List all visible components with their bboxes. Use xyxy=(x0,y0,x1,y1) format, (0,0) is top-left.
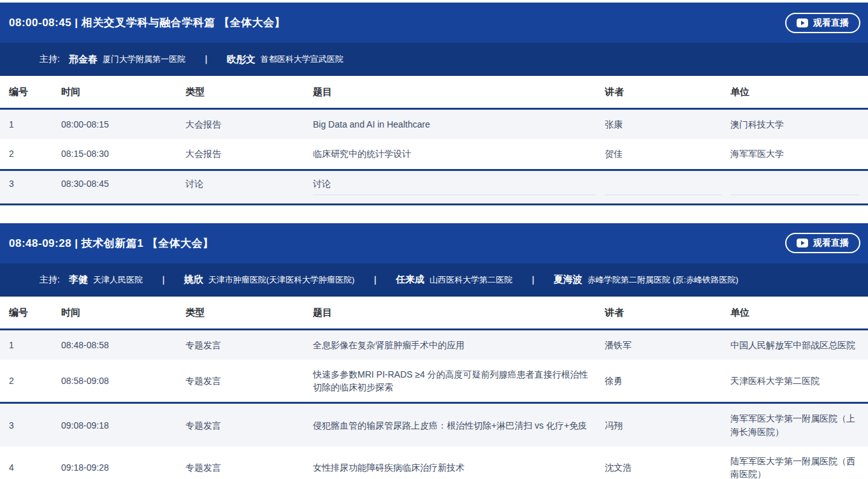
cell-speaker xyxy=(605,170,730,204)
play-video-icon xyxy=(797,18,808,27)
cell-org: 陆军军医大学第一附属医院（西南医院） xyxy=(730,446,868,479)
session-header: 08:00-08:45 | 相关交叉学科与融合学科篇 【全体大会】 观看直播 xyxy=(0,3,868,43)
col-header-time: 时间 xyxy=(61,76,185,109)
cell-title: Big Data and AI in Healthcare xyxy=(313,109,605,140)
host-org: 山西医科大学第二医院 xyxy=(430,274,512,286)
cell-title: 全息影像在复杂肾脏肿瘤手术中的应用 xyxy=(313,329,605,360)
empty-underline xyxy=(605,177,721,195)
host-name: 夏海波 xyxy=(554,274,582,286)
table-row: 1 08:00-08:15 大会报告 Big Data and AI in He… xyxy=(0,109,868,140)
watch-live-button[interactable]: 观看直播 xyxy=(785,233,860,253)
cell-no: 2 xyxy=(0,139,61,170)
table-row: 3 08:30-08:45 讨论 讨论 xyxy=(0,170,868,204)
cell-time: 08:30-08:45 xyxy=(61,170,185,204)
host-name: 邢金春 xyxy=(69,54,98,66)
schedule-table: 编号 时间 类型 题目 讲者 单位 1 08:00-08:15 大会报告 Big… xyxy=(0,76,868,205)
col-header-time: 时间 xyxy=(61,297,185,330)
cell-type: 专题发言 xyxy=(185,329,313,360)
host-separator: ｜ xyxy=(371,274,379,286)
play-video-icon xyxy=(797,239,808,247)
cell-org: 海军军医大学 xyxy=(730,139,868,170)
host-org: 天津人民医院 xyxy=(93,274,143,286)
cell-org: 海军军医大学第一附属医院（上海长海医院） xyxy=(730,403,868,446)
watch-live-label: 观看直播 xyxy=(813,237,849,249)
col-header-speaker: 讲者 xyxy=(605,76,730,109)
host-name: 任来成 xyxy=(396,274,424,286)
session-card-1: 08:00-08:45 | 相关交叉学科与融合学科篇 【全体大会】 观看直播 主… xyxy=(0,3,868,205)
host-name: 欧彤文 xyxy=(227,54,256,66)
col-header-no: 编号 xyxy=(0,297,61,330)
session-card-2: 08:48-09:28 | 技术创新篇1 【全体大会】 观看直播 主持: 李健 … xyxy=(0,223,868,479)
host-org: 首都医科大学宣武医院 xyxy=(261,54,344,65)
cell-time: 09:08-09:18 xyxy=(61,403,185,446)
hosts-bar: 主持: 邢金春 厦门大学附属第一医院 ｜ 欧彤文 首都医科大学宣武医院 xyxy=(0,43,868,76)
cell-no: 4 xyxy=(0,446,61,479)
col-header-org: 单位 xyxy=(730,76,868,109)
cell-no: 1 xyxy=(0,329,61,360)
table-row: 1 08:48-08:58 专题发言 全息影像在复杂肾脏肿瘤手术中的应用 潘铁军… xyxy=(0,329,868,360)
hosts-label: 主持: xyxy=(40,274,60,286)
cell-type: 专题发言 xyxy=(185,403,313,446)
session-title: 08:00-08:45 | 相关交叉学科与融合学科篇 【全体大会】 xyxy=(9,15,286,30)
table-row: 2 08:15-08:30 大会报告 临床研究中的统计学设计 贺佳 海军军医大学 xyxy=(0,139,868,170)
cell-org: 澳门科技大学 xyxy=(730,109,868,140)
session-title: 08:48-09:28 | 技术创新篇1 【全体大会】 xyxy=(9,236,214,251)
hosts-bar: 主持: 李健 天津人民医院 ｜ 姚欣 天津市肿瘤医院(天津医科大学肿瘤医院) ｜… xyxy=(0,263,868,297)
cell-title: 讨论 xyxy=(313,170,605,204)
host-org: 赤峰学院第二附属医院 (原:赤峰铁路医院) xyxy=(588,274,739,286)
cell-title: 快速多参数MRI PI-RADS ≥4 分的高度可疑前列腺癌患者直接行根治性切除… xyxy=(313,360,605,403)
col-header-title: 题目 xyxy=(313,76,605,109)
cell-speaker: 潘铁军 xyxy=(605,329,730,360)
host-separator: ｜ xyxy=(529,274,537,286)
col-header-type: 类型 xyxy=(185,76,313,109)
table-row: 2 08:58-09:08 专题发言 快速多参数MRI PI-RADS ≥4 分… xyxy=(0,360,868,403)
session-header: 08:48-09:28 | 技术创新篇1 【全体大会】 观看直播 xyxy=(0,223,868,263)
discussion-title: 讨论 xyxy=(313,177,596,195)
cell-no: 3 xyxy=(0,170,61,204)
cell-title: 女性排尿功能障碍疾病临床治疗新技术 xyxy=(313,446,605,479)
col-header-title: 题目 xyxy=(313,297,605,330)
schedule-table: 编号 时间 类型 题目 讲者 单位 1 08:48-08:58 专题发言 全息影… xyxy=(0,297,868,479)
host-separator: ｜ xyxy=(159,274,168,286)
col-header-speaker: 讲者 xyxy=(605,297,730,330)
col-header-no: 编号 xyxy=(0,76,61,109)
host-name: 李健 xyxy=(69,274,88,286)
cell-title: 临床研究中的统计学设计 xyxy=(313,139,605,170)
cell-no: 3 xyxy=(0,403,61,446)
cell-time: 08:15-08:30 xyxy=(61,139,185,170)
cell-org xyxy=(730,170,868,204)
col-header-type: 类型 xyxy=(185,297,313,330)
hosts-label: 主持: xyxy=(40,54,60,65)
cell-org: 中国人民解放军中部战区总医院 xyxy=(730,329,868,360)
cell-time: 08:58-09:08 xyxy=(61,360,185,403)
cell-time: 08:00-08:15 xyxy=(61,109,185,140)
cell-speaker: 张康 xyxy=(605,109,730,140)
cell-no: 2 xyxy=(0,360,61,403)
col-header-org: 单位 xyxy=(730,297,868,330)
cell-type: 大会报告 xyxy=(185,109,313,140)
cell-type: 讨论 xyxy=(185,170,313,204)
table-header-row: 编号 时间 类型 题目 讲者 单位 xyxy=(0,297,868,330)
cell-type: 大会报告 xyxy=(185,139,313,170)
watch-live-label: 观看直播 xyxy=(813,17,849,29)
empty-underline xyxy=(730,177,859,195)
host-separator: ｜ xyxy=(202,54,210,65)
cell-time: 09:18-09:28 xyxy=(61,446,185,479)
cell-type: 专题发言 xyxy=(185,360,313,403)
table-row: 4 09:18-09:28 专题发言 女性排尿功能障碍疾病临床治疗新技术 沈文浩… xyxy=(0,446,868,479)
table-header-row: 编号 时间 类型 题目 讲者 单位 xyxy=(0,76,868,109)
cell-no: 1 xyxy=(0,109,61,140)
host-org: 天津市肿瘤医院(天津医科大学肿瘤医院) xyxy=(208,274,355,286)
host-org: 厦门大学附属第一医院 xyxy=(103,54,185,65)
watch-live-button[interactable]: 观看直播 xyxy=(785,13,860,33)
cell-speaker: 徐勇 xyxy=(605,360,730,403)
cell-type: 专题发言 xyxy=(185,446,313,479)
host-name: 姚欣 xyxy=(184,274,203,286)
cell-org: 天津医科大学第二医院 xyxy=(730,360,868,403)
cell-title: 侵犯髂血管的输尿管尿路上皮癌：根治性切除+淋巴清扫 vs 化疗+免疫 xyxy=(313,403,605,446)
table-row: 3 09:08-09:18 专题发言 侵犯髂血管的输尿管尿路上皮癌：根治性切除+… xyxy=(0,403,868,446)
cell-speaker: 贺佳 xyxy=(605,139,730,170)
cell-time: 08:48-08:58 xyxy=(61,329,185,360)
cell-speaker: 冯翔 xyxy=(605,403,730,446)
cell-speaker: 沈文浩 xyxy=(605,446,730,479)
